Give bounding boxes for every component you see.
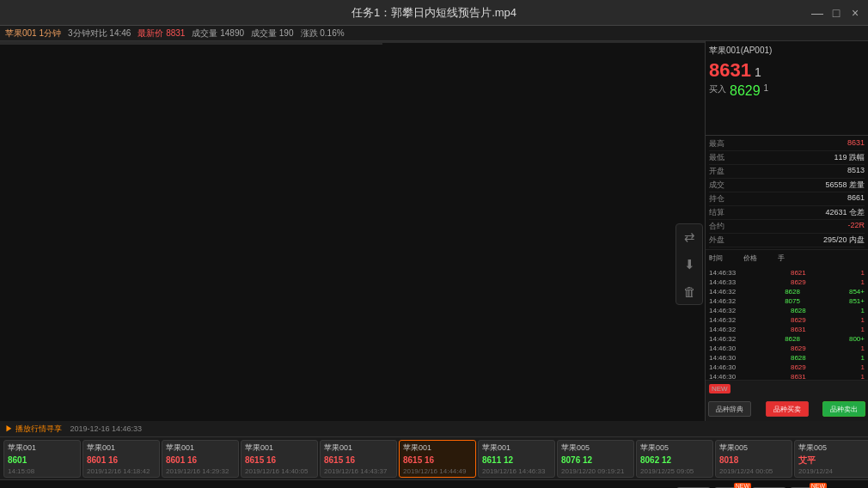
tick-row: 14:46:3286281 — [707, 306, 866, 315]
playlist-item[interactable]: 苹果001 8611 12 2019/12/16 14:46:33 — [478, 440, 555, 478]
caption-new-badge: NEW — [810, 483, 827, 488]
playlist-item[interactable]: 苹果001 8601 16 2019/12/16 14:29:32 — [162, 440, 239, 478]
maximize-button[interactable]: □ — [830, 7, 842, 19]
speed-new-badge: NEW — [734, 483, 751, 488]
stats-row: 最高8631 — [709, 137, 865, 151]
delete-icon[interactable]: 🗑 — [683, 284, 696, 299]
tick-row: 14:46:328628854+ — [707, 287, 866, 296]
chart-panel-top-middle: 8788 -0.40% 8065 8531 0.00% 12月16日09:00 … — [382, 41, 705, 43]
stats-row: 外盘295/20 内盘 — [709, 234, 865, 247]
right-stats-table: 最高8631最低119 跌幅开盘8513成交56558 差量持仓8661结算42… — [706, 136, 868, 249]
status-datetime: 2019-12-16 14:46:33 — [70, 424, 143, 433]
main-content: 苹果001 1分钟 3分钟对比 14:46 最新价 8831 成交量 14890… — [0, 26, 868, 421]
playlist-item[interactable]: 苹果005 8076 12 2019/12/20 09:19:21 — [557, 440, 634, 478]
right-price-row: 8631 1 — [709, 59, 865, 82]
right-buy-unit: 1 — [764, 83, 769, 99]
exchange-btn[interactable]: 品种辞典 — [708, 401, 751, 417]
share-icon[interactable]: ⇄ — [684, 229, 695, 245]
chart-panel-bottom-middle: 32984-- 11:00 1:20 15 21/6 --5921 20:09 … — [0, 43, 382, 45]
status-bar: ▶ 播放行情寻享 2019-12-16 14:46:33 — [0, 421, 868, 436]
download-icon[interactable]: ⬇ — [684, 257, 695, 272]
minimize-button[interactable]: — — [811, 7, 823, 19]
playlist-indicator: ▶ 播放行情寻享 — [5, 424, 62, 435]
close-button[interactable]: × — [849, 7, 861, 19]
right-price-unit: 1 — [755, 65, 761, 79]
playlist-item[interactable]: 苹果005 8018 2019/12/24 00:05 — [715, 440, 792, 478]
playlist-item[interactable]: 苹果005 艾平 2019/12/24 — [794, 440, 868, 478]
sell-btn[interactable]: 品种卖出 — [822, 401, 865, 417]
tick-row: 14:46:3086311 — [707, 372, 866, 380]
right-current-price: 8631 — [709, 59, 751, 82]
tick-row: 14:46:3086291 — [707, 344, 866, 353]
playlist-item[interactable]: 苹果001 8601 14:15:08 — [3, 440, 81, 478]
vol-column-header: 手 — [778, 253, 785, 263]
close-price: 最新价 8831 — [138, 27, 185, 40]
stats-row: 合约-22R — [709, 220, 865, 234]
window-controls: — □ × — [811, 7, 861, 19]
buy-btn[interactable]: 品种买卖 — [766, 401, 809, 417]
playlist-item[interactable]: 苹果001 8615 16 2019/12/16 14:44:49 — [399, 440, 476, 478]
tick-row: 14:46:3286311 — [707, 325, 866, 334]
date-info: 3分钟对比 14:46 — [68, 27, 131, 40]
title-bar: 任务1：郭攀日内短线预告片.mp4 — □ × — [0, 0, 868, 26]
time-column-header: 时间 — [709, 253, 723, 263]
tick-row: 14:46:3086281 — [707, 353, 866, 363]
tick-row: 14:46:3286291 — [707, 315, 866, 325]
playlist-item[interactable]: 苹果005 8062 12 2019/12/25 09:05 — [636, 440, 713, 478]
tick-row: 14:46:328628800+ — [707, 334, 866, 344]
stats-row: 持仓8661 — [709, 192, 865, 206]
stats-row: 开盘8513 — [709, 165, 865, 179]
tick-row: 14:46:3386291 — [707, 278, 866, 287]
info-bar: 苹果001 1分钟 3分钟对比 14:46 最新价 8831 成交量 14890… — [0, 26, 868, 41]
right-panel: 苹果001(AP001) 8631 1 买入 8629 1 最高8631最低11… — [705, 41, 868, 421]
tick-list: 14:46:338621114:46:338629114:46:32862885… — [706, 266, 868, 380]
price-column-header: 价格 — [743, 253, 757, 263]
tick-row: 14:46:328075851+ — [707, 296, 866, 306]
right-buy-row: 买入 8629 1 — [709, 83, 865, 99]
stats-row: 成交56558 差量 — [709, 179, 865, 192]
controls-bar: ▶ ⏮ ⏭ ⏹ ⏩ 00:01:05 / 00:02:22 🔊 标记 倍速 NE… — [0, 479, 868, 488]
tick-row: 14:46:3386211 — [707, 268, 866, 278]
playlist-item[interactable]: 苹果001 8601 16 2019/12/16 14:18:42 — [83, 440, 160, 478]
right-buy-price: 8629 — [730, 83, 761, 99]
side-icons-panel: ⇄ ⬇ 🗑 — [675, 223, 703, 305]
right-buy-label: 买入 — [709, 83, 726, 99]
stats-row: 最低119 跌幅 — [709, 151, 865, 165]
new-badge: NEW — [709, 384, 730, 393]
window-title: 任务1：郭攀日内短线预告片.mp4 — [351, 5, 517, 21]
amount-info: 成交量 190 — [251, 27, 293, 40]
stock-code: 苹果001 1分钟 — [5, 27, 61, 40]
playlist-bar: 苹果001 8601 14:15:08 苹果001 8601 16 2019/1… — [0, 436, 868, 479]
tick-row: 14:46:3086291 — [707, 363, 866, 372]
right-stock-name: 苹果001(AP001) — [709, 45, 865, 57]
right-stock-info: 苹果001(AP001) 8631 1 买入 8629 1 — [706, 41, 868, 136]
playlist-item[interactable]: 苹果001 8615 16 2019/12/16 14:40:05 — [241, 440, 318, 478]
stats-row: 结算42631 仓差 — [709, 206, 865, 220]
vol-info: 成交量 14890 — [192, 27, 244, 40]
playlist-item[interactable]: 苹果001 8615 16 2019/12/16 14:43:37 — [320, 440, 397, 478]
change-info: 涨跌 0.16% — [301, 27, 345, 40]
